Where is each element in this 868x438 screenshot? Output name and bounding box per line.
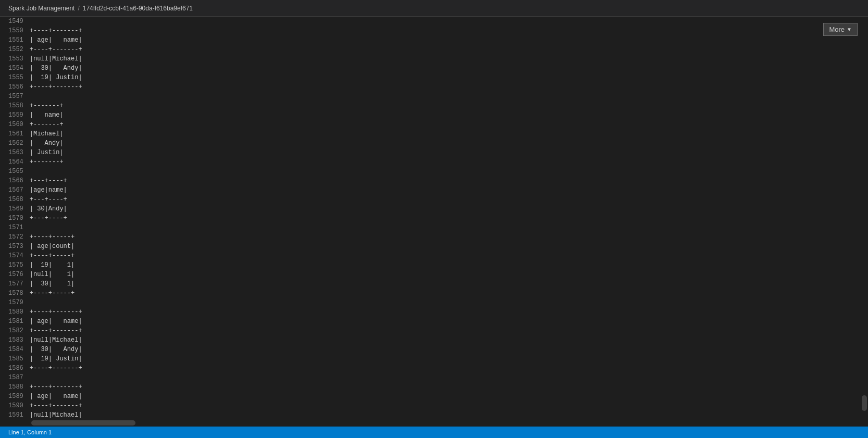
line-number: 1569 xyxy=(8,204,23,214)
line-numbers: 1549155015511552155315541555155615571558… xyxy=(0,17,30,427)
breadcrumb-separator: / xyxy=(78,5,79,12)
line-number: 1588 xyxy=(8,382,23,392)
line-number: 1557 xyxy=(8,92,23,101)
line-number: 1563 xyxy=(8,148,23,157)
line-number: 1558 xyxy=(8,101,23,110)
code-area[interactable]: 1549155015511552155315541555155615571558… xyxy=(0,17,868,427)
line-number: 1584 xyxy=(8,345,23,354)
line-number: 1555 xyxy=(8,73,23,82)
line-number: 1587 xyxy=(8,373,23,382)
code-line: | 30| Andy| xyxy=(30,345,858,354)
code-line: +---+----+ xyxy=(30,214,858,223)
line-number: 1581 xyxy=(8,317,23,326)
line-number: 1562 xyxy=(8,139,23,148)
code-line: +----+-------+ xyxy=(30,326,858,335)
breadcrumb-root[interactable]: Spark Job Management xyxy=(8,5,75,12)
line-number: 1568 xyxy=(8,195,23,204)
code-line: |null|Michael| xyxy=(30,335,858,345)
line-number: 1589 xyxy=(8,392,23,401)
line-number: 1591 xyxy=(8,410,23,420)
code-line: |Michael| xyxy=(30,129,858,139)
cursor-position: Line 1, Column 1 xyxy=(8,429,52,435)
line-number: 1560 xyxy=(8,120,23,129)
code-line: +----+-----+ xyxy=(30,289,858,298)
line-number: 1549 xyxy=(8,17,23,26)
line-number: 1551 xyxy=(8,35,23,45)
more-button-label: More xyxy=(829,26,845,33)
vertical-scrollbar[interactable] xyxy=(861,17,868,427)
code-line: |age|name| xyxy=(30,185,858,195)
code-line: +----+-----+ xyxy=(30,232,858,242)
line-number: 1585 xyxy=(8,354,23,364)
code-line: +----+-------+ xyxy=(30,382,858,392)
line-number: 1559 xyxy=(8,110,23,120)
line-number: 1566 xyxy=(8,176,23,185)
line-number: 1571 xyxy=(8,223,23,232)
horizontal-scrollbar[interactable] xyxy=(0,419,861,427)
code-line: +----+-------+ xyxy=(30,82,858,92)
code-line xyxy=(30,298,858,307)
line-number: 1553 xyxy=(8,54,23,64)
line-number: 1554 xyxy=(8,64,23,73)
editor-container: 1549155015511552155315541555155615571558… xyxy=(0,17,868,427)
code-line: +---+----+ xyxy=(30,195,858,204)
line-number: 1580 xyxy=(8,307,23,317)
line-number: 1567 xyxy=(8,185,23,195)
code-line: |null|Michael| xyxy=(30,54,858,64)
code-line: | 19| Justin| xyxy=(30,354,858,364)
line-number: 1573 xyxy=(8,242,23,251)
code-line: +-------+ xyxy=(30,101,858,110)
line-number: 1575 xyxy=(8,260,23,270)
line-number: 1552 xyxy=(8,45,23,54)
line-number: 1586 xyxy=(8,364,23,373)
code-line: | 19| Justin| xyxy=(30,73,858,82)
line-number: 1572 xyxy=(8,232,23,242)
code-line: +----+-------+ xyxy=(30,45,858,54)
line-number: 1550 xyxy=(8,26,23,35)
code-line: +-------+ xyxy=(30,120,858,129)
code-line: +----+-------+ xyxy=(30,26,858,35)
line-number: 1578 xyxy=(8,289,23,298)
code-line: +----+-----+ xyxy=(30,251,858,260)
more-chevron-icon: ▼ xyxy=(847,27,852,32)
code-line: | 19| 1| xyxy=(30,260,858,270)
code-line: | Justin| xyxy=(30,148,858,157)
code-line: +----+-------+ xyxy=(30,401,858,410)
code-line: |null| 1| xyxy=(30,270,858,279)
code-line: | name| xyxy=(30,110,858,120)
code-line xyxy=(30,92,858,101)
code-line xyxy=(30,167,858,176)
code-line: +-------+ xyxy=(30,157,858,167)
breadcrumb: Spark Job Management / 174ffd2d-ccbf-41a… xyxy=(0,0,868,17)
code-line: | 30|Andy| xyxy=(30,204,858,214)
vertical-scrollbar-thumb[interactable] xyxy=(862,395,867,411)
line-number: 1564 xyxy=(8,157,23,167)
code-line: | age| name| xyxy=(30,392,858,401)
more-button[interactable]: More ▼ xyxy=(823,23,858,36)
code-line xyxy=(30,17,858,26)
code-line xyxy=(30,223,858,232)
line-number: 1577 xyxy=(8,279,23,289)
line-number: 1574 xyxy=(8,251,23,260)
horizontal-scrollbar-thumb[interactable] xyxy=(31,420,135,426)
code-line: +----+-------+ xyxy=(30,364,858,373)
code-line xyxy=(30,373,858,382)
line-number: 1582 xyxy=(8,326,23,335)
line-number: 1576 xyxy=(8,270,23,279)
code-content: +----+-------+| age| name|+----+-------+… xyxy=(30,17,868,427)
code-line: | age| name| xyxy=(30,35,858,45)
line-number: 1583 xyxy=(8,335,23,345)
code-line: | Andy| xyxy=(30,139,858,148)
line-number: 1590 xyxy=(8,401,23,410)
line-number: 1570 xyxy=(8,214,23,223)
status-bar: Line 1, Column 1 xyxy=(0,427,868,438)
code-line: +----+-------+ xyxy=(30,307,858,317)
code-line: |null|Michael| xyxy=(30,410,858,420)
breadcrumb-id: 174ffd2d-ccbf-41a6-90da-f616ba9ef671 xyxy=(83,5,193,12)
code-line: | age|count| xyxy=(30,242,858,251)
line-number: 1579 xyxy=(8,298,23,307)
line-number: 1556 xyxy=(8,82,23,92)
code-line: | age| name| xyxy=(30,317,858,326)
code-line: | 30| Andy| xyxy=(30,64,858,73)
code-line: | 30| 1| xyxy=(30,279,858,289)
